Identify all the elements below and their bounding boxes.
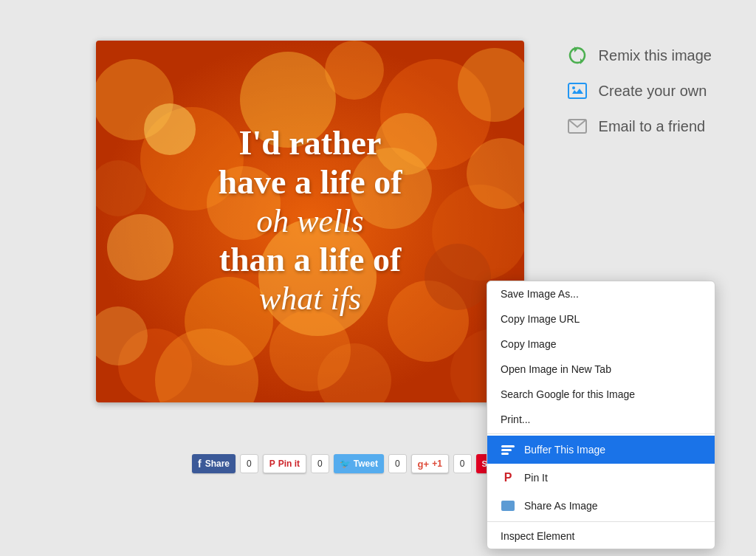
gplus-label: +1 (432, 459, 442, 469)
context-buffer-image[interactable]: Buffer This Image (487, 436, 715, 464)
remix-label: Remix this image (599, 47, 712, 64)
quote-image: I'd rather have a life of oh wells than … (96, 41, 524, 402)
context-print[interactable]: Print... (487, 407, 715, 432)
main-content: I'd rather have a life of oh wells than … (96, 41, 524, 402)
svg-rect-27 (568, 83, 586, 98)
right-actions: Remix this image Create your own Email t… (566, 44, 712, 137)
facebook-count: 0 (240, 454, 258, 473)
tweet-icon: 🐦 (340, 459, 351, 469)
quote-line-5: what ifs (259, 280, 361, 319)
share-as-image-label: Share As Image (524, 500, 598, 512)
context-pin-it[interactable]: P Pin It (487, 464, 715, 492)
context-inspect-element[interactable]: Inspect Element (487, 524, 715, 549)
remix-action[interactable]: Remix this image (566, 44, 712, 66)
search-google-label: Search Google for this Image (501, 388, 635, 400)
create-icon (566, 80, 588, 102)
create-action[interactable]: Create your own (566, 80, 712, 102)
context-menu-divider-1 (487, 433, 715, 434)
email-icon (566, 115, 588, 137)
context-search-google[interactable]: Search Google for this Image (487, 382, 715, 407)
create-label: Create your own (599, 83, 707, 100)
twitter-tweet-button[interactable]: 🐦 Tweet (334, 454, 384, 473)
inspect-element-label: Inspect Element (501, 530, 574, 542)
quote-line-2: have a life of (218, 163, 402, 202)
email-label: Email to a friend (599, 118, 706, 135)
social-bar: f Share 0 P Pin it 0 🐦 Tweet 0 g+ +1 0 S… (192, 454, 505, 473)
pin-count: 0 (311, 454, 329, 473)
context-menu: Save Image As... Copy Image URL Copy Ima… (487, 281, 715, 549)
save-image-as-label: Save Image As... (501, 288, 579, 300)
quote-line-3: oh wells (256, 202, 363, 241)
remix-icon (566, 44, 588, 66)
open-new-tab-label: Open Image in New Tab (501, 363, 611, 375)
print-label: Print... (501, 413, 530, 425)
pin-it-label: Pin It (524, 472, 548, 484)
quote-line-1: I'd rather (239, 124, 382, 163)
context-save-image-as[interactable]: Save Image As... (487, 281, 715, 306)
copy-image-label: Copy Image (501, 338, 556, 350)
gplus-icon: g+ (418, 459, 430, 470)
tweet-label: Tweet (354, 459, 378, 469)
copy-image-url-label: Copy Image URL (501, 313, 580, 325)
context-copy-image-url[interactable]: Copy Image URL (487, 306, 715, 332)
context-copy-image[interactable]: Copy Image (487, 332, 715, 357)
context-open-new-tab[interactable]: Open Image in New Tab (487, 357, 715, 382)
quote-line-4: than a life of (219, 241, 402, 280)
buffer-label: Buffer This Image (524, 444, 605, 456)
page-container: I'd rather have a life of oh wells than … (0, 0, 756, 556)
email-action[interactable]: Email to a friend (566, 115, 712, 137)
pin-icon: P (269, 459, 275, 469)
buffer-icon (501, 442, 515, 457)
context-share-as-image[interactable]: Share As Image (487, 492, 715, 520)
fb-share-label: Share (205, 459, 230, 469)
svg-point-28 (572, 86, 575, 89)
pinterest-context-icon: P (501, 470, 515, 485)
facebook-share-button[interactable]: f Share (192, 454, 236, 473)
context-menu-divider-2 (487, 521, 715, 522)
gplus-button[interactable]: g+ +1 (411, 454, 449, 473)
pinterest-pin-button[interactable]: P Pin it (263, 454, 306, 473)
tweet-count: 0 (388, 454, 407, 473)
fb-icon: f (198, 458, 202, 470)
pin-label: Pin it (278, 459, 300, 469)
gplus-count: 0 (453, 454, 472, 473)
quote-text-overlay: I'd rather have a life of oh wells than … (96, 41, 524, 402)
share-as-image-icon (501, 498, 515, 513)
